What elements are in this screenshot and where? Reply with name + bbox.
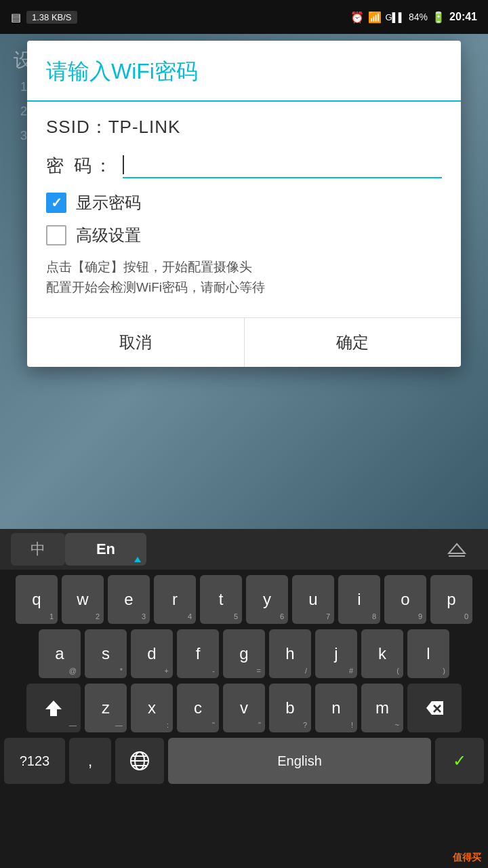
advanced-settings-row[interactable]: 高级设置 <box>46 224 442 246</box>
status-bar-right: ⏰ 📶 G▌▌ 84% 🔋 20:41 <box>350 11 478 24</box>
keyboard-rows: q1 w2 e3 r4 t5 y6 u7 i8 o9 p0 a@ s* d+ f… <box>0 570 488 732</box>
globe-key[interactable] <box>115 738 164 784</box>
key-h[interactable]: h/ <box>269 629 311 678</box>
show-password-label: 显示密码 <box>76 192 141 214</box>
wifi-icon: ▤ <box>11 11 21 24</box>
key-s[interactable]: s* <box>85 629 127 678</box>
key-i[interactable]: i8 <box>338 575 380 624</box>
key-j[interactable]: j# <box>315 629 357 678</box>
password-input-wrap[interactable] <box>123 153 442 178</box>
wifi-password-dialog: 请输入WiFi密码 SSID：TP-LINK 密 码： 显示密码 高级设置 点击… <box>27 41 461 367</box>
key-f[interactable]: f- <box>177 629 219 678</box>
password-field: 密 码： <box>46 153 442 178</box>
key-q[interactable]: q1 <box>16 575 58 624</box>
key-v[interactable]: v" <box>223 684 265 732</box>
key-m[interactable]: m~ <box>361 684 403 732</box>
shift-key[interactable]: — <box>26 684 81 732</box>
battery-icon: 🔋 <box>432 11 445 24</box>
key-o[interactable]: o9 <box>384 575 426 624</box>
key-l[interactable]: l) <box>407 629 449 678</box>
key-b[interactable]: b? <box>269 684 311 732</box>
signal-icon: G▌▌ <box>386 12 405 22</box>
enter-key[interactable]: ✓ <box>435 738 484 784</box>
backspace-key[interactable] <box>407 684 462 732</box>
symbols-key[interactable]: ?123 <box>4 738 65 784</box>
comma-key[interactable]: , <box>69 738 111 784</box>
keyboard-lang-zh[interactable]: 中 <box>11 533 65 566</box>
text-cursor <box>123 155 124 174</box>
space-key[interactable]: English <box>168 738 431 784</box>
ssid-display: SSID：TP-LINK <box>46 115 442 139</box>
show-password-checkbox[interactable] <box>46 193 66 213</box>
advanced-settings-checkbox[interactable] <box>46 225 66 245</box>
svg-marker-4 <box>426 701 443 715</box>
keyboard-bottom-bar: ?123 , English ✓ <box>0 738 488 784</box>
keyboard-dismiss-button[interactable] <box>436 533 477 566</box>
svg-marker-0 <box>449 544 465 553</box>
keyboard-lang-en[interactable]: En <box>65 533 146 566</box>
key-t[interactable]: t5 <box>200 575 242 624</box>
show-password-row[interactable]: 显示密码 <box>46 192 442 214</box>
key-c[interactable]: c" <box>177 684 219 732</box>
wifi-signal-icon: 📶 <box>368 11 382 24</box>
key-d[interactable]: d+ <box>131 629 173 678</box>
key-g[interactable]: g= <box>223 629 265 678</box>
key-y[interactable]: y6 <box>246 575 288 624</box>
dialog-buttons: 取消 确定 <box>27 317 461 367</box>
alarm-icon: ⏰ <box>350 11 364 24</box>
advanced-settings-label: 高级设置 <box>76 224 141 246</box>
cancel-button[interactable]: 取消 <box>27 318 245 367</box>
key-x[interactable]: x: <box>131 684 173 732</box>
network-speed: 1.38 KB/S <box>26 11 77 24</box>
svg-rect-3 <box>50 713 57 716</box>
key-r[interactable]: r4 <box>154 575 196 624</box>
dialog-body: SSID：TP-LINK 密 码： 显示密码 高级设置 点击【确定】按钮，开始配… <box>27 102 461 317</box>
confirm-button[interactable]: 确定 <box>245 318 462 367</box>
key-a[interactable]: a@ <box>39 629 81 678</box>
keyboard-row-1: q1 w2 e3 r4 t5 y6 u7 i8 o9 p0 <box>4 575 484 624</box>
watermark: 值得买 <box>453 852 481 864</box>
key-u[interactable]: u7 <box>292 575 334 624</box>
status-bar-left: ▤ 1.38 KB/S <box>11 11 77 24</box>
key-k[interactable]: k( <box>361 629 403 678</box>
dialog-overlay: 请输入WiFi密码 SSID：TP-LINK 密 码： 显示密码 高级设置 点击… <box>0 34 488 529</box>
key-w[interactable]: w2 <box>62 575 104 624</box>
key-e[interactable]: e3 <box>108 575 150 624</box>
key-p[interactable]: p0 <box>430 575 472 624</box>
status-bar: ▤ 1.38 KB/S ⏰ 📶 G▌▌ 84% 🔋 20:41 <box>0 0 488 34</box>
dialog-title: 请输入WiFi密码 <box>27 41 461 102</box>
key-n[interactable]: n! <box>315 684 357 732</box>
keyboard-row-2: a@ s* d+ f- g= h/ j# k( l) <box>4 629 484 678</box>
keyboard-row-3: — z— x: c" v" b? n! m~ <box>4 684 484 732</box>
clock: 20:41 <box>449 11 477 23</box>
dialog-hint: 点击【确定】按钮，开始配置摄像头配置开始会检测WiFi密码，请耐心等待 <box>46 257 442 298</box>
keyboard: 中 En q1 w2 e3 r4 t5 y6 u7 i8 o9 p0 <box>0 529 488 868</box>
password-label: 密 码： <box>46 154 115 178</box>
lang-cursor-indicator <box>134 557 141 562</box>
keyboard-top-bar: 中 En <box>0 529 488 570</box>
key-z[interactable]: z— <box>85 684 127 732</box>
battery-level: 84% <box>409 12 428 22</box>
